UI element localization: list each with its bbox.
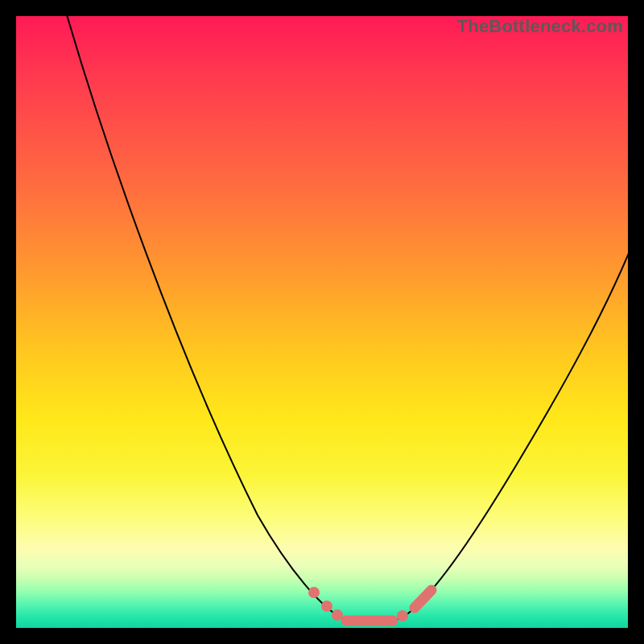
watermark-text: TheBottleneck.com bbox=[457, 16, 623, 37]
trough-bead bbox=[321, 601, 332, 612]
chart-plot-area: TheBottleneck.com bbox=[16, 16, 628, 628]
trough-marker-right bbox=[415, 590, 431, 608]
trough-bead bbox=[397, 610, 408, 621]
trough-bead bbox=[332, 609, 343, 621]
curve-left-branch bbox=[66, 16, 342, 618]
curve-right-branch bbox=[401, 246, 628, 618]
curve-trough bbox=[342, 618, 401, 622]
bottleneck-curve bbox=[16, 16, 628, 628]
trough-bead bbox=[308, 587, 320, 598]
